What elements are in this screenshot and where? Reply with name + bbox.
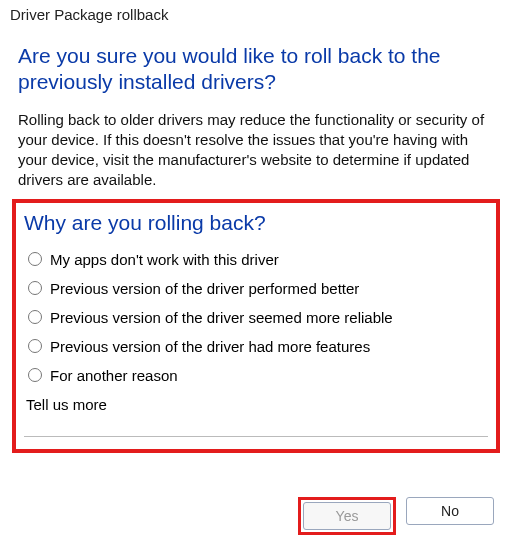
tell-us-more-label: Tell us more bbox=[26, 396, 488, 413]
reason-option-0[interactable]: My apps don't work with this driver bbox=[28, 251, 488, 268]
reason-option-2[interactable]: Previous version of the driver seemed mo… bbox=[28, 309, 488, 326]
reason-option-4[interactable]: For another reason bbox=[28, 367, 488, 384]
yes-button-highlight: Yes bbox=[298, 497, 396, 535]
warning-description: Rolling back to older drivers may reduce… bbox=[18, 110, 494, 191]
survey-box: Why are you rolling back? My apps don't … bbox=[12, 199, 500, 453]
tell-us-more-input[interactable] bbox=[24, 417, 488, 437]
reason-radio-2[interactable] bbox=[28, 310, 42, 324]
reason-radio-0[interactable] bbox=[28, 252, 42, 266]
yes-button[interactable]: Yes bbox=[303, 502, 391, 530]
dialog-content: Are you sure you would like to roll back… bbox=[0, 25, 512, 453]
dialog-window: Driver Package rollback Are you sure you… bbox=[0, 0, 512, 547]
reason-label-4: For another reason bbox=[50, 367, 178, 384]
reason-option-1[interactable]: Previous version of the driver performed… bbox=[28, 280, 488, 297]
reason-label-1: Previous version of the driver performed… bbox=[50, 280, 359, 297]
reason-radio-3[interactable] bbox=[28, 339, 42, 353]
window-title: Driver Package rollback bbox=[0, 0, 512, 25]
reason-option-3[interactable]: Previous version of the driver had more … bbox=[28, 338, 488, 355]
confirmation-heading: Are you sure you would like to roll back… bbox=[18, 43, 494, 96]
reason-radio-1[interactable] bbox=[28, 281, 42, 295]
reason-label-3: Previous version of the driver had more … bbox=[50, 338, 370, 355]
reason-label-0: My apps don't work with this driver bbox=[50, 251, 279, 268]
survey-heading: Why are you rolling back? bbox=[24, 211, 488, 235]
no-button-wrap: No bbox=[406, 497, 494, 535]
no-button[interactable]: No bbox=[406, 497, 494, 525]
reason-label-2: Previous version of the driver seemed mo… bbox=[50, 309, 393, 326]
reason-radio-4[interactable] bbox=[28, 368, 42, 382]
dialog-button-row: Yes No bbox=[298, 497, 494, 535]
